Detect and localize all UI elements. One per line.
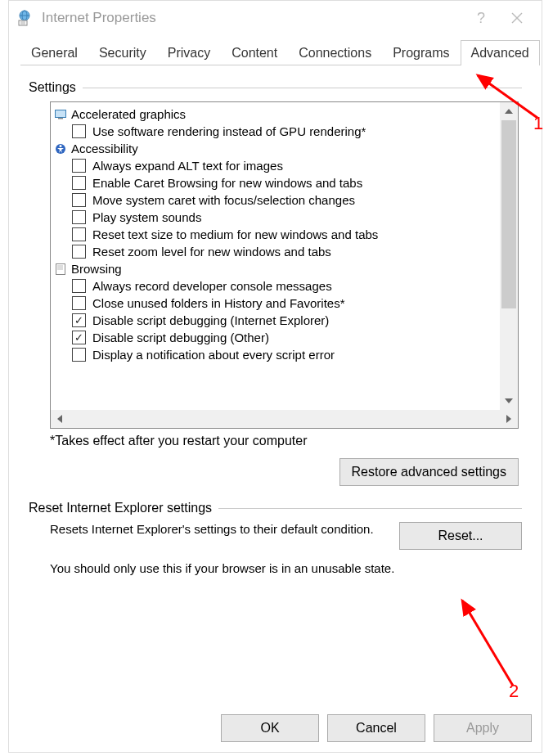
tree-category[interactable]: Accessibility: [52, 140, 516, 157]
category-label: Browsing: [71, 262, 122, 276]
svg-rect-9: [58, 118, 63, 119]
restart-note: *Takes effect after you restart your com…: [50, 434, 522, 448]
checkbox[interactable]: [72, 159, 86, 173]
reset-description: Resets Internet Explorer's settings to t…: [50, 522, 386, 550]
horizontal-scrollbar[interactable]: [51, 410, 518, 428]
internet-options-icon: [16, 9, 34, 27]
page-icon: [54, 263, 66, 275]
tree-item[interactable]: Reset text size to medium for new window…: [52, 226, 516, 243]
internet-properties-dialog: Internet Properties ? General Security P…: [8, 0, 542, 753]
tree-item[interactable]: Use software rendering instead of GPU re…: [52, 123, 516, 140]
tree-item[interactable]: Play system sounds: [52, 209, 516, 226]
item-label: Use software rendering instead of GPU re…: [92, 124, 366, 138]
annotation-label-2: 2: [509, 681, 519, 702]
tab-general[interactable]: General: [20, 40, 88, 65]
item-label: Always record developer console messages: [92, 279, 332, 293]
svg-rect-8: [55, 110, 65, 117]
tree-item[interactable]: Reset zoom level for new windows and tab…: [52, 243, 516, 260]
tab-advanced[interactable]: Advanced: [461, 40, 540, 65]
tab-bar: General Security Privacy Content Connect…: [20, 40, 533, 65]
svg-point-11: [59, 145, 61, 147]
item-label: Always expand ALT text for images: [92, 159, 283, 173]
tree-item[interactable]: Display a notification about every scrip…: [52, 346, 516, 363]
close-button[interactable]: [499, 2, 535, 34]
checkbox[interactable]: [72, 176, 86, 190]
scroll-left-icon[interactable]: [51, 410, 69, 428]
tree-item[interactable]: Enable Caret Browsing for new windows an…: [52, 174, 516, 191]
titlebar: Internet Properties ?: [9, 1, 542, 35]
window-title: Internet Properties: [42, 10, 156, 26]
item-label: Reset zoom level for new windows and tab…: [92, 245, 331, 259]
tree-item[interactable]: Always expand ALT text for images: [52, 157, 516, 174]
item-label: Enable Caret Browsing for new windows an…: [92, 176, 362, 190]
apply-button[interactable]: Apply: [434, 714, 532, 742]
tree-category[interactable]: Browsing: [52, 260, 516, 277]
checkbox[interactable]: [72, 210, 86, 224]
checkbox[interactable]: [72, 348, 86, 362]
tab-security[interactable]: Security: [88, 40, 157, 65]
item-label: Move system caret with focus/selection c…: [92, 193, 355, 207]
settings-group-label: Settings: [29, 80, 76, 95]
tab-content[interactable]: Content: [221, 40, 288, 65]
settings-tree[interactable]: Accelerated graphics Use software render…: [50, 101, 519, 429]
svg-rect-3: [19, 20, 27, 25]
item-label: Play system sounds: [92, 210, 201, 224]
item-label: Close unused folders in History and Favo…: [92, 296, 344, 310]
tree-category[interactable]: Accelerated graphics: [52, 106, 516, 123]
checkbox[interactable]: [72, 245, 86, 259]
accessibility-icon: [54, 142, 66, 155]
tab-privacy[interactable]: Privacy: [157, 40, 221, 65]
tree-item[interactable]: Close unused folders in History and Favo…: [52, 295, 516, 312]
item-label: Display a notification about every scrip…: [92, 348, 335, 362]
checkbox[interactable]: [72, 279, 86, 293]
category-label: Accelerated graphics: [71, 107, 186, 121]
monitor-icon: [54, 108, 66, 120]
item-label: Disable script debugging (Internet Explo…: [92, 313, 329, 327]
restore-advanced-button[interactable]: Restore advanced settings: [339, 458, 519, 486]
vertical-scrollbar[interactable]: [500, 102, 518, 410]
reset-button[interactable]: Reset...: [399, 522, 522, 550]
divider: [218, 508, 522, 509]
reset-warning: You should only use this if your browser…: [50, 561, 522, 575]
divider: [83, 88, 522, 88]
tree-item[interactable]: Move system caret with focus/selection c…: [52, 191, 516, 209]
cancel-button[interactable]: Cancel: [327, 714, 425, 742]
annotation-label-1: 1: [533, 113, 543, 134]
category-label: Accessibility: [71, 142, 138, 155]
checkbox[interactable]: [72, 227, 86, 241]
dialog-buttons: OK Cancel Apply: [221, 714, 532, 742]
help-button[interactable]: ?: [463, 2, 499, 34]
item-label: Reset text size to medium for new window…: [92, 227, 378, 241]
tree-item[interactable]: Always record developer console messages: [52, 277, 516, 295]
checkbox[interactable]: [72, 331, 86, 344]
scroll-down-icon[interactable]: [500, 392, 518, 410]
checkbox[interactable]: [72, 313, 86, 327]
scroll-thumb[interactable]: [501, 120, 516, 308]
checkbox[interactable]: [72, 193, 86, 207]
tab-connections[interactable]: Connections: [288, 40, 382, 65]
ok-button[interactable]: OK: [221, 714, 319, 742]
tree-item[interactable]: Disable script debugging (Other): [52, 329, 516, 346]
checkbox[interactable]: [72, 124, 86, 138]
checkbox[interactable]: [72, 296, 86, 310]
scroll-up-icon[interactable]: [500, 102, 518, 120]
tab-programs[interactable]: Programs: [382, 40, 460, 65]
reset-group-label: Reset Internet Explorer settings: [29, 501, 212, 515]
item-label: Disable script debugging (Other): [92, 331, 269, 344]
tree-item[interactable]: Disable script debugging (Internet Explo…: [52, 312, 516, 329]
scroll-right-icon[interactable]: [500, 410, 518, 428]
